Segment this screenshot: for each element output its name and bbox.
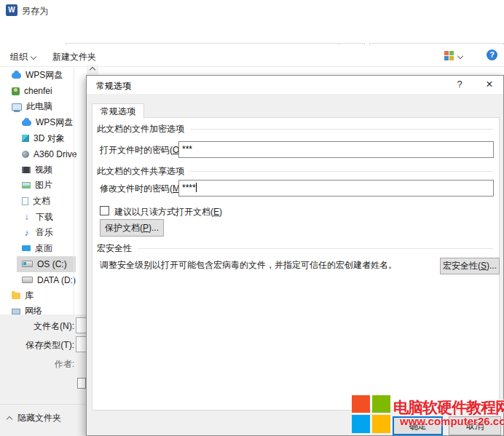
cube-icon: [22, 135, 29, 142]
system-drive-icon: [22, 261, 33, 267]
view-options-icon: [444, 51, 454, 60]
general-options-dialog: 常规选项 ? × 常规选项 此文档的文件加密选项 打开文件时的密码(O): **…: [86, 75, 504, 436]
text-caret: [196, 183, 197, 192]
save-type-label: 保存类型(T):: [25, 339, 74, 352]
file-name-input[interactable]: [76, 317, 86, 333]
word-app-icon: W: [6, 4, 17, 16]
video-icon: [22, 167, 31, 173]
navigation-bar: ← → ↑ « 用户 chenfei 桌面 WORD排版 案例 ↻ 搜索"WOR…: [0, 20, 504, 45]
file-name-label: 文件名(N):: [34, 320, 74, 333]
save-as-window: W 另存为 ← → ↑ « 用户 chenfei 桌面 WORD排版 案例 ↻ …: [0, 0, 504, 436]
help-icon: ?: [489, 50, 495, 59]
navigation-pane: WPS网盘 chenfei 此电脑 WPS网盘 3D 对象 A360 Drive…: [0, 68, 76, 320]
network-icon: [12, 309, 20, 314]
sidebar-item-data-d[interactable]: DATA (D:): [0, 272, 76, 288]
readonly-recommended-label: 建议以只读方式打开文档(E): [114, 206, 222, 218]
chevron-down-icon: [457, 52, 463, 58]
drive-icon: [22, 277, 33, 283]
sidebar-item-a360-drive[interactable]: A360 Drive: [0, 146, 76, 162]
save-thumbnail-checkbox[interactable]: [77, 378, 86, 389]
sidebar-item-music[interactable]: ♪音乐: [0, 225, 76, 241]
dialog-titlebar: 常规选项 ? ×: [87, 76, 503, 94]
download-arrow-icon: ↓: [22, 212, 31, 222]
protect-document-button[interactable]: 保护文档(P)...: [100, 219, 164, 237]
window-title: 另存为: [22, 5, 48, 17]
macro-security-button[interactable]: 宏安全性(S)...: [440, 258, 500, 274]
pane-splitter[interactable]: [74, 68, 74, 314]
user-icon: [12, 87, 20, 95]
sidebar-item-videos[interactable]: 视频: [0, 162, 76, 178]
group-divider: [190, 129, 493, 130]
chevron-up-icon: [90, 67, 95, 73]
sharing-group-header: 此文档的文件共享选项: [97, 166, 493, 176]
picture-icon: [22, 182, 31, 189]
sidebar-item-wps-cloud-2[interactable]: WPS网盘: [0, 115, 76, 131]
close-icon[interactable]: ×: [482, 77, 497, 92]
sidebar-item-documents[interactable]: 文档: [0, 194, 76, 210]
computer-icon: [12, 103, 22, 111]
sidebar-item-desktop[interactable]: 桌面: [0, 241, 76, 257]
group-divider: [138, 248, 493, 249]
modify-password-label: 修改文件时的密码(M):: [100, 183, 185, 195]
dialog-tab-page: 此文档的文件加密选项 打开文件时的密码(O): *** 此文档的文件共享选项 修…: [92, 117, 500, 411]
save-fields-pane: 文件名(N): 保存类型(T): 作者:: [0, 314, 86, 404]
library-folder-icon: [12, 293, 20, 299]
dialog-title: 常规选项: [96, 80, 131, 92]
command-toolbar: 组织 新建文件夹 ?: [0, 45, 504, 67]
open-password-input[interactable]: ***: [178, 141, 494, 158]
sidebar-item-3d-objects[interactable]: 3D 对象: [0, 130, 76, 146]
desktop-icon: [22, 245, 31, 251]
sidebar-item-downloads[interactable]: ↓下载: [0, 209, 76, 225]
modify-password-input[interactable]: ****: [178, 180, 494, 197]
encryption-group-header: 此文档的文件加密选项: [97, 124, 493, 134]
group-divider: [190, 171, 493, 172]
sidebar-item-libraries[interactable]: 库: [0, 288, 76, 304]
macro-security-description: 调整安全级别以打开可能包含宏病毒的文件，并指定可信任的宏创建者姓名。: [100, 259, 435, 271]
save-type-select[interactable]: [76, 336, 86, 352]
view-options-button[interactable]: [444, 51, 462, 60]
organize-button[interactable]: 组织: [10, 51, 36, 63]
watermark-windows-logo: [352, 395, 390, 433]
dialog-help-button[interactable]: ?: [454, 79, 465, 90]
macro-security-group-header: 宏安全性: [97, 243, 493, 253]
a360-drive-icon: [22, 151, 29, 158]
open-password-label: 打开文件时的密码(O):: [100, 144, 185, 156]
sidebar-item-wps-cloud[interactable]: WPS网盘: [0, 68, 76, 84]
window-titlebar: W 另存为: [0, 0, 504, 20]
new-folder-button[interactable]: 新建文件夹: [52, 51, 96, 63]
author-label: 作者:: [55, 358, 74, 370]
chevron-up-icon: [7, 416, 12, 422]
document-icon: [22, 197, 28, 205]
cloud-icon: [22, 120, 31, 126]
watermark-site-url: www.computer26.com: [400, 415, 504, 427]
hide-folders-button[interactable]: 隐藏文件夹: [7, 412, 61, 424]
sidebar-item-chenfei[interactable]: chenfei: [0, 84, 76, 100]
sidebar-item-pictures[interactable]: 图片: [0, 178, 76, 194]
cloud-icon: [12, 73, 21, 79]
sidebar-item-os-c[interactable]: OS (C:): [0, 256, 76, 272]
music-note-icon: ♪: [22, 228, 31, 238]
tab-general-options[interactable]: 常规选项: [92, 103, 144, 119]
file-list-scroll-up-button[interactable]: [87, 65, 98, 75]
chevron-down-icon: [31, 54, 36, 60]
help-button[interactable]: ?: [487, 49, 497, 60]
readonly-recommended-checkbox[interactable]: [100, 206, 109, 215]
sidebar-item-this-pc[interactable]: 此电脑: [0, 99, 76, 115]
